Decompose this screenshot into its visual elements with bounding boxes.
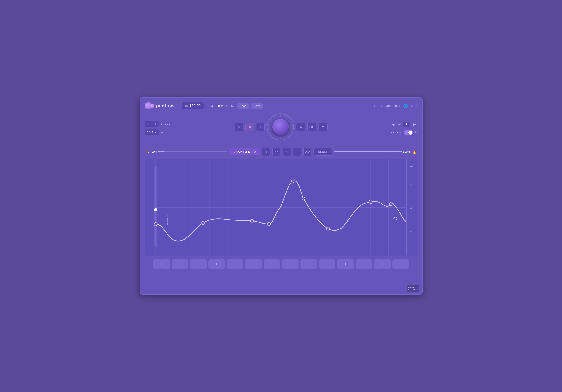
app-title: panflow (156, 103, 175, 109)
feather-icon: 🪶 (145, 150, 149, 154)
loop-next-button[interactable]: ▶ (411, 121, 418, 127)
scissors-icon: ✂ (161, 130, 164, 135)
svg-point-40 (250, 219, 254, 223)
toggle-knob (409, 131, 412, 134)
right-range-slider: 100% (334, 150, 410, 153)
undo-curve-button[interactable]: ↩ (272, 148, 281, 156)
svg-line-10 (270, 132, 271, 133)
svg-rect-34 (154, 166, 157, 247)
bypass-toggle[interactable] (404, 130, 413, 135)
logo-area: panflow (145, 102, 175, 110)
reset-button[interactable]: RESET (314, 148, 332, 156)
division-dropdown[interactable]: 1/32 ▼ (145, 129, 159, 135)
right-slider-track[interactable] (334, 151, 402, 152)
flame-icon: 🔥 (412, 150, 417, 154)
svg-text:25: 25 (410, 230, 412, 233)
add-button-9[interactable]: + (300, 259, 317, 269)
logo-circle-small (150, 104, 154, 108)
knob-inner[interactable] (272, 119, 289, 135)
main-knob[interactable] (267, 113, 294, 140)
svg-point-35 (154, 208, 157, 211)
svg-line-3 (286, 116, 286, 118)
range-right-value: 100% (403, 150, 410, 153)
speed-dropdown-arrow: ▼ (154, 123, 157, 125)
speed-select: 1 ▼ SPEED (145, 121, 189, 127)
square-wave-button[interactable]: ⊓⊓ (307, 123, 316, 131)
watermark: MUSIC SOCIETY (407, 285, 419, 291)
svg-point-46 (389, 202, 392, 206)
dot-button[interactable]: ● (262, 148, 270, 156)
add-button-14[interactable]: + (392, 259, 409, 269)
svg-line-9 (274, 136, 275, 137)
add-button-1[interactable]: + (153, 259, 170, 269)
svg-text:50: 50 (410, 207, 412, 209)
loop-count[interactable]: 1 (403, 122, 410, 127)
info-button[interactable]: ℹ (416, 104, 418, 108)
midi-out-label: MIDI OUT (386, 104, 400, 108)
svg-line-6 (290, 132, 291, 133)
undo-button[interactable]: ← (373, 104, 377, 108)
graph-area[interactable]: R 100 75 50 25 THRESHOLD RANGE (145, 159, 418, 256)
svg-point-45 (369, 200, 372, 204)
bypass-edit-button[interactable]: ✎ (415, 130, 418, 134)
add-button-2[interactable]: + (172, 259, 188, 269)
redo-button[interactable]: → (379, 104, 383, 108)
bpm-display: 120.00 (182, 102, 204, 109)
add-button-6[interactable]: + (245, 259, 262, 269)
save-button[interactable]: Save (251, 103, 263, 109)
main-controls-row: 1 ▼ SPEED 1/32 ▼ ✂ < ⊕ ✳ (145, 113, 418, 143)
svg-point-39 (201, 222, 204, 225)
snap-to-grid-button[interactable]: SNAP TO GRID (229, 148, 260, 156)
add-button-12[interactable]: + (356, 259, 372, 269)
svg-text:THRESHOLD: THRESHOLD (166, 214, 169, 226)
preset-nav: ◀ Default ▶ Load Save (209, 103, 263, 109)
bottom-buttons-row: + + + + + + + + + + + + + + (145, 258, 418, 270)
left-slider-track[interactable] (158, 151, 227, 152)
watermark-line2: SOCIETY (408, 288, 418, 291)
add-button-5[interactable]: + (227, 259, 243, 269)
loop-controls: ◀ ∞ 1 ▶ (390, 121, 417, 127)
spread-button[interactable]: ✳ (256, 123, 265, 131)
svg-line-7 (286, 136, 286, 137)
settings-button[interactable]: ⚙ (410, 104, 414, 108)
triangle-wave-button[interactable]: ⋀ (319, 123, 328, 131)
center-button[interactable]: ⊕ (246, 123, 254, 131)
add-button-3[interactable]: + (190, 259, 207, 269)
bypass-label: BYPASS (391, 131, 402, 134)
svg-point-47 (394, 217, 397, 220)
add-button-10[interactable]: + (319, 259, 335, 269)
speed-label: SPEED (161, 122, 171, 125)
bpm-value[interactable]: 120.00 (189, 104, 200, 108)
svg-point-42 (292, 179, 295, 182)
right-controls: ◀ ∞ 1 ▶ BYPASS ✎ (373, 121, 418, 135)
add-button-8[interactable]: + (282, 259, 299, 269)
svg-line-12 (270, 121, 271, 122)
undo-redo: ← → (373, 104, 383, 108)
add-button-7[interactable]: + (264, 259, 280, 269)
pan-left-button[interactable]: < (235, 123, 243, 131)
load-button[interactable]: Load (237, 103, 249, 109)
speed-value: 1 (147, 122, 149, 126)
preset-prev-button[interactable]: ◀ (209, 103, 215, 109)
preset-next-button[interactable]: ▶ (229, 103, 235, 109)
header: panflow 120.00 ◀ Default ▶ Load Save ← →… (145, 102, 418, 110)
svg-point-38 (154, 223, 157, 226)
svg-line-13 (274, 116, 275, 118)
sine-wave-button[interactable]: ∿ (296, 123, 305, 131)
graph-svg: R 100 75 50 25 THRESHOLD RANGE (145, 159, 418, 256)
division-value: 1/32 (147, 131, 153, 134)
bars-tool-button[interactable]: ⋮⋮⋮ (293, 148, 301, 156)
left-range-slider: 10% (152, 150, 227, 153)
add-button-13[interactable]: + (374, 259, 391, 269)
division-select: 1/32 ▼ ✂ (145, 129, 189, 135)
sine-tool-button[interactable]: ∿ (283, 148, 291, 156)
zigzag-tool-button[interactable]: ⋀⋁ (303, 148, 311, 156)
add-button-11[interactable]: + (337, 259, 354, 269)
add-button-4[interactable]: + (208, 259, 225, 269)
right-slider-fill (334, 151, 402, 152)
svg-point-44 (327, 227, 330, 230)
globe-button[interactable]: 🌐 (403, 104, 408, 108)
bpm-stop-icon[interactable] (185, 104, 188, 107)
loop-prev-button[interactable]: ◀ (390, 121, 396, 127)
speed-dropdown[interactable]: 1 ▼ (145, 121, 159, 127)
